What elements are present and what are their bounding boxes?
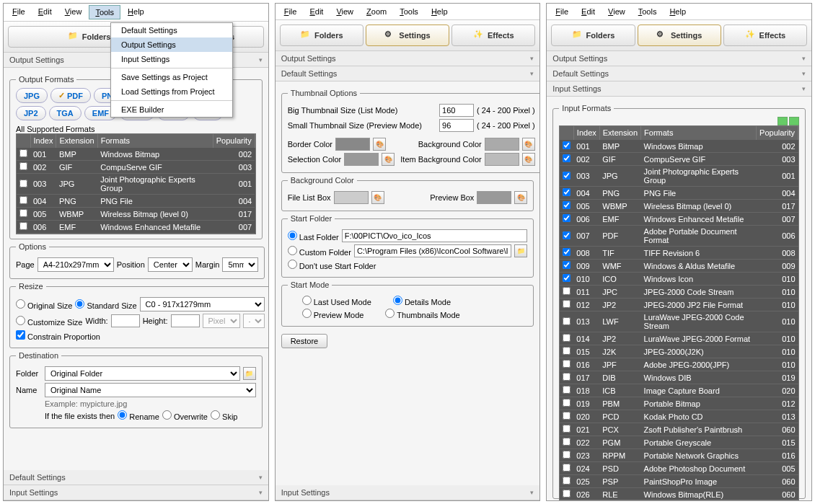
menu-help-2[interactable]: Help [426, 5, 454, 18]
table-row[interactable]: 007PDFAdobe Portable Document Format006 [17, 234, 255, 235]
radio-overwrite[interactable] [162, 410, 172, 420]
height-input[interactable] [171, 314, 200, 327]
table-row[interactable]: 001BMPWindows Bitmap002 [17, 148, 255, 161]
view-mode-icons[interactable] [559, 117, 799, 125]
row-check[interactable] [563, 317, 570, 325]
radio-skip[interactable] [211, 410, 220, 420]
table-row[interactable]: 023RPPMPortable Network Graphics016 [560, 449, 798, 462]
table-row[interactable]: 003JPGJoint Photographic Experts Group00… [17, 174, 255, 195]
table-row[interactable]: 009WMFWindows & Aldus Metafile009 [560, 260, 798, 273]
radio-custom-folder[interactable] [288, 246, 297, 255]
menu-item-save-settings-as-project[interactable]: Save Settings as Project [111, 70, 232, 84]
table-row[interactable]: 006EMFWindows Enhanced Metafile007 [560, 213, 798, 226]
menu-file-3[interactable]: File [550, 5, 574, 18]
radio-rename[interactable] [118, 410, 127, 420]
table-row[interactable]: 019PBMPortable Bitmap012 [560, 397, 798, 410]
table-row[interactable]: 005WBMPWireless Bitmap (level 0)017 [17, 208, 255, 221]
menu-item-output-settings[interactable]: Output Settings [111, 37, 232, 52]
big-thumb-input[interactable] [439, 104, 474, 117]
unit-select[interactable]: Pixel [203, 314, 240, 328]
tab-folders-3[interactable]: 📁Folders [551, 25, 635, 46]
section-input-3[interactable]: Input Settings▾ [547, 81, 811, 97]
row-check[interactable] [563, 261, 570, 269]
radio-preview[interactable] [302, 309, 312, 318]
radio-last-used[interactable] [302, 296, 312, 305]
table-row[interactable]: 018ICBImage Capture Board020 [560, 384, 798, 397]
row-check[interactable] [563, 248, 570, 256]
sel-color-button[interactable]: 🎨 [382, 153, 395, 166]
table-row[interactable]: 008TIFTIFF Revision 6008 [560, 247, 798, 260]
standard-size-select[interactable]: C0 - 917x1279mm [140, 297, 265, 311]
page-select[interactable]: A4-210x297mm [38, 257, 114, 272]
section-default-1[interactable]: Default Settings▾ [4, 470, 268, 485]
menu-tools[interactable]: Tools [89, 5, 120, 19]
radio-standard[interactable] [75, 299, 84, 309]
row-check[interactable] [563, 464, 570, 472]
ratio-select[interactable]: - [243, 314, 265, 328]
table-row[interactable]: 026RLEWindows Bitmap(RLE)060 [560, 488, 798, 501]
section-input-2[interactable]: Input Settings▾ [276, 485, 540, 500]
itembg-color-button[interactable]: 🎨 [522, 153, 535, 166]
section-output-3[interactable]: Output Settings▾ [547, 51, 811, 66]
table-row[interactable]: 022PGMPortable Greyscale015 [560, 436, 798, 449]
row-check[interactable] [563, 141, 570, 149]
menu-edit[interactable]: Edit [32, 5, 58, 19]
menu-view[interactable]: View [59, 5, 88, 19]
table-row[interactable]: 025PSPPaintShopPro Image060 [560, 475, 798, 488]
row-check[interactable] [563, 399, 570, 407]
table-row[interactable]: 004PNGPNG File004 [560, 187, 798, 200]
menu-item-exe-builder[interactable]: EXE Builder [111, 102, 232, 117]
tab-settings-3[interactable]: ⚙Settings [638, 25, 721, 46]
table-row[interactable]: 007PDFAdobe Portable Document Format006 [560, 226, 798, 247]
table-row[interactable]: 014JP2LuraWave JPEG-2000 Format010 [560, 332, 798, 345]
row-check[interactable] [563, 347, 570, 355]
menu-tools-2[interactable]: Tools [394, 5, 424, 18]
table-row[interactable]: 001BMPWindows Bitmap002 [560, 140, 798, 153]
table-row[interactable]: 005WBMPWireless Bitmap (level 0)017 [560, 200, 798, 213]
menu-help-3[interactable]: Help [664, 5, 692, 18]
section-default-2[interactable]: Default Settings▾ [276, 66, 540, 81]
tab-folders-2[interactable]: 📁Folders [280, 25, 364, 46]
radio-last-folder[interactable] [288, 231, 297, 240]
browse-folder-button[interactable]: 📁 [243, 367, 256, 380]
row-check[interactable] [563, 386, 570, 394]
menu-file-2[interactable]: File [278, 5, 303, 18]
section-output-2[interactable]: Output Settings▾ [276, 51, 540, 66]
row-check[interactable] [563, 287, 570, 295]
row-check[interactable] [563, 231, 570, 239]
table-row[interactable]: 015J2KJPEG-2000(J2K)010 [560, 345, 798, 358]
row-check[interactable] [563, 412, 570, 420]
format-tga[interactable]: TGA [49, 106, 82, 120]
table-row[interactable]: 011JPCJPEG-2000 Code Stream010 [560, 286, 798, 299]
row-check[interactable] [19, 209, 27, 217]
position-select[interactable]: Center [148, 257, 193, 272]
row-check[interactable] [563, 214, 570, 222]
menu-item-input-settings[interactable]: Input Settings [111, 52, 232, 66]
row-check[interactable] [563, 188, 570, 196]
tab-effects-2[interactable]: ✨Effects [451, 25, 535, 46]
section-input-1[interactable]: Input Settings▾ [4, 485, 268, 500]
menu-help[interactable]: Help [122, 5, 150, 19]
radio-details[interactable] [393, 296, 402, 305]
row-check[interactable] [19, 162, 27, 170]
row-check[interactable] [563, 334, 570, 342]
tab-effects-3[interactable]: ✨Effects [723, 25, 807, 46]
browse-custom-button[interactable]: 📁 [514, 244, 527, 257]
table-row[interactable]: 010ICOWindows Icon010 [560, 273, 798, 286]
row-check[interactable] [563, 360, 570, 368]
table-row[interactable]: 016JPFAdobe JPEG-2000(JPF)010 [560, 358, 798, 371]
row-check[interactable] [19, 149, 27, 157]
menu-item-load-settings-from-project[interactable]: Load Settings from Project [111, 84, 232, 99]
row-check[interactable] [563, 154, 570, 162]
table-row[interactable]: 002GIFCompuServe GIF003 [560, 153, 798, 166]
table-row[interactable]: 024PSDAdobe Photoshop Document005 [560, 462, 798, 475]
folder-select[interactable]: Original Folder [45, 366, 240, 381]
menu-zoom-2[interactable]: Zoom [361, 5, 392, 18]
menu-tools-3[interactable]: Tools [633, 5, 663, 18]
menu-edit-2[interactable]: Edit [304, 5, 329, 18]
row-check[interactable] [563, 425, 570, 433]
last-folder-input[interactable] [342, 229, 528, 242]
table-row[interactable]: 017DIBWindows DIB019 [560, 371, 798, 384]
format-pdf[interactable]: ✓PDF [50, 88, 91, 103]
table-row[interactable]: 006EMFWindows Enhanced Metafile007 [17, 221, 255, 234]
